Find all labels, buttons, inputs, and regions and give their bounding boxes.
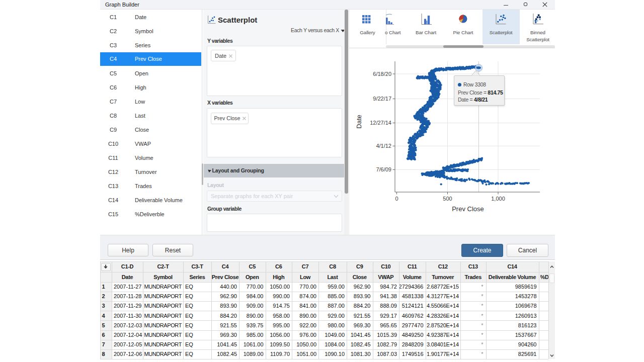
svg-text:0: 0	[395, 196, 398, 202]
svg-text:1,000: 1,000	[491, 196, 505, 202]
svg-text:4/1/12: 4/1/12	[376, 143, 391, 149]
svg-text:Prev Close: Prev Close	[452, 205, 484, 213]
svg-text:7/6/09: 7/6/09	[376, 166, 391, 172]
svg-text:Date: Date	[355, 115, 363, 128]
svg-text:12/27/14: 12/27/14	[370, 120, 391, 126]
svg-text:9/22/17: 9/22/17	[373, 96, 391, 102]
svg-text:6/18/20: 6/18/20	[373, 71, 391, 77]
svg-text:500: 500	[443, 196, 452, 202]
